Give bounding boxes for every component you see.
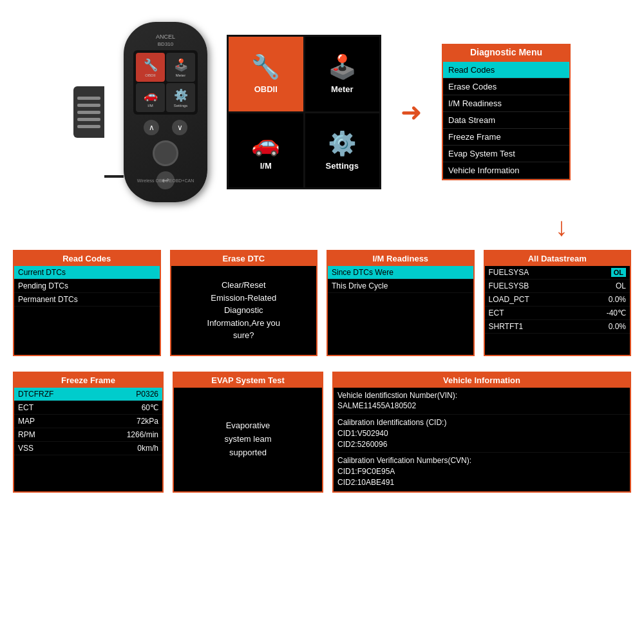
diag-item-evap-system[interactable]: Evap System Test [443,146,569,162]
vehicle-cid-row: Calibration Identifications (CID:)CID1:V… [334,415,630,453]
freeze-vss-label: VSS [18,444,33,453]
screen-im-icon: 🚗I/M [136,83,165,112]
diag-item-data-stream[interactable]: Data Stream [443,112,569,129]
datastream-load-pct-row[interactable]: LOAD_PCT 0.0% [485,293,630,307]
device-wireless-label: Wireless OBD6/EOBD+CAN [137,178,194,183]
freeze-frame-ect-row[interactable]: ECT 60℃ [14,401,162,415]
datastream-ect-row[interactable]: ECT -40℃ [485,307,630,320]
read-codes-pending-dtcs-label: Pending DTCs [18,281,68,290]
im-since-dtcs-row[interactable]: Since DTCs Were [328,266,473,279]
im-icon: 🚗 [251,130,280,157]
read-codes-pending-dtcs-row[interactable]: Pending DTCs [14,279,160,293]
menu-item-obdii[interactable]: 🔧 OBDII [229,37,303,111]
load-pct-value: 0.0% [609,295,626,304]
device-brand-label: ANCEL [156,33,175,40]
device-model-label: BD310 [158,41,173,47]
screen-settings-icon: ⚙️Settings [166,83,195,112]
shrtft1-value: 0.0% [609,322,626,331]
vehicle-cvn-text: Calibration Verification Numbers(CVN):CI… [337,455,471,488]
fuelsysb-value: OL [616,281,626,290]
menu-item-meter[interactable]: 🕹️ Meter [305,37,380,111]
freeze-map-label: MAP [18,417,35,426]
menu-item-im[interactable]: 🚗 I/M [229,113,303,188]
im-this-drive-cycle-row[interactable]: This Drive Cycle [328,279,473,293]
nav-up-btn[interactable]: ∧ [144,120,159,135]
diag-item-vehicle-info[interactable]: Vehicle Information [443,162,569,179]
panels-top-row: Read Codes Current DTCs Pending DTCs Per… [0,245,644,361]
obd-plug [73,86,104,138]
top-section: ANCEL BD310 🔧OBDII 🕹️Meter 🚗I/M ⚙️Settin… [0,0,644,219]
panels-bottom-row: Freeze Frame DTCFRZF P0326 ECT 60℃ MAP 7… [0,366,644,498]
fuelsysa-label: FUELSYSA [489,268,529,277]
freeze-frame-body: DTCFRZF P0326 ECT 60℃ MAP 72kPa RPM 1266… [14,388,162,491]
read-codes-permanent-dtcs-label: Permanent DTCs [18,295,78,304]
menu-settings-label: Settings [326,161,359,171]
freeze-rpm-label: RPM [18,430,35,439]
diagnostic-menu: Diagnostic Menu Read Codes Erase Codes I… [442,44,571,180]
menu-item-settings[interactable]: ⚙️ Settings [305,113,380,188]
im-readiness-header: I/M Readiness [328,251,473,266]
freeze-frame-rpm-row[interactable]: RPM 1266/min [14,428,162,442]
evap-system-test-body: Evaporative system leam supported [174,388,322,491]
ect-label: ECT [489,308,504,317]
vehicle-information-header: Vehicle Information [334,373,630,388]
datastream-fuelsysb-row[interactable]: FUELSYSB OL [485,279,630,293]
read-codes-body: Current DTCs Pending DTCs Permanent DTCs [14,266,160,355]
freeze-rpm-value: 1266/min [127,430,158,439]
vehicle-information-panel: Vehicle Information Vehicle Identificsti… [332,372,631,493]
im-since-dtcs-label: Since DTCs Were [332,268,393,277]
dtcfrzf-label: DTCFRZF [18,390,53,399]
device-center-button[interactable] [153,140,178,166]
erase-dtc-header: Erase DTC [171,251,317,266]
plug-pin [77,104,100,107]
diagnostic-menu-title: Diagnostic Menu [442,44,571,61]
menu-obdii-label: OBDII [254,84,278,94]
fuelsysb-label: FUELSYSB [489,281,529,290]
freeze-frame-vss-row[interactable]: VSS 0km/h [14,442,162,455]
vehicle-cvn-row: Calibration Verification Numbers(CVN):CI… [334,453,630,491]
datastream-fuelsysa-row[interactable]: FUELSYSA OL [485,266,630,279]
all-datastream-panel: All Datastream FUELSYSA OL FUELSYSB OL L… [484,250,632,356]
freeze-frame-dtcfrzf-row[interactable]: DTCFRZF P0326 [14,388,162,401]
arrow-down-icon: ↓ [555,213,568,242]
diag-item-im-readiness[interactable]: I/M Readiness [443,95,569,112]
vehicle-information-body: Vehicle Identificstion Number(VIN):SALME… [334,388,630,491]
meter-icon: 🕹️ [328,53,357,80]
freeze-frame-map-row[interactable]: MAP 72kPa [14,415,162,428]
plug-pin [77,97,100,100]
diag-item-read-codes[interactable]: Read Codes [443,62,569,79]
datastream-shrtft1-row[interactable]: SHRTFT1 0.0% [485,320,630,334]
read-codes-header: Read Codes [14,251,160,266]
im-readiness-body: Since DTCs Were This Drive Cycle [328,266,473,355]
settings-icon: ⚙️ [328,130,357,157]
evap-system-content: Evaporative system leam supported [174,388,322,491]
read-codes-current-dtcs-label: Current DTCs [18,268,66,277]
plug-pin [77,111,100,114]
freeze-frame-panel: Freeze Frame DTCFRZF P0326 ECT 60℃ MAP 7… [13,372,164,493]
erase-dtc-panel: Erase DTC Clear/Reset Emission-Related D… [170,250,318,356]
ect-value: -40℃ [607,308,626,317]
menu-meter-label: Meter [331,84,354,94]
menu-im-label: I/M [260,161,272,171]
dtcfrzf-value: P0326 [136,390,158,399]
nav-down-btn[interactable]: ∨ [172,120,187,135]
erase-dtc-body: Clear/Reset Emission-Related Diagnostic … [171,266,317,355]
menu-grid: 🔧 OBDII 🕹️ Meter 🚗 I/M ⚙️ Settings [227,35,381,189]
shrtft1-label: SHRTFT1 [489,322,524,331]
read-codes-permanent-dtcs-row[interactable]: Permanent DTCs [14,293,160,307]
all-datastream-header: All Datastream [485,251,630,266]
device-container: ANCEL BD310 🔧OBDII 🕹️Meter 🚗I/M ⚙️Settin… [73,22,207,202]
vehicle-vin-row: Vehicle Identificstion Number(VIN):SALME… [334,388,630,415]
evap-system-test-header: EVAP System Test [174,373,322,388]
freeze-ect-value: 60℃ [142,403,158,412]
evap-system-test-panel: EVAP System Test Evaporative system leam… [173,372,323,493]
diag-item-erase-codes[interactable]: Erase Codes [443,79,569,95]
vehicle-cid-text: Calibration Identifications (CID:)CID1:V… [337,417,446,450]
obdii-icon: 🔧 [251,53,280,80]
diagnostic-menu-list: Read Codes Erase Codes I/M Readiness Dat… [442,61,571,180]
arrow-right-icon: ➜ [401,97,422,127]
read-codes-current-dtcs-row[interactable]: Current DTCs [14,266,160,279]
device-body: ANCEL BD310 🔧OBDII 🕹️Meter 🚗I/M ⚙️Settin… [124,22,207,202]
freeze-ect-label: ECT [18,403,33,412]
diag-item-freeze-frame[interactable]: Freeze Frame [443,129,569,146]
